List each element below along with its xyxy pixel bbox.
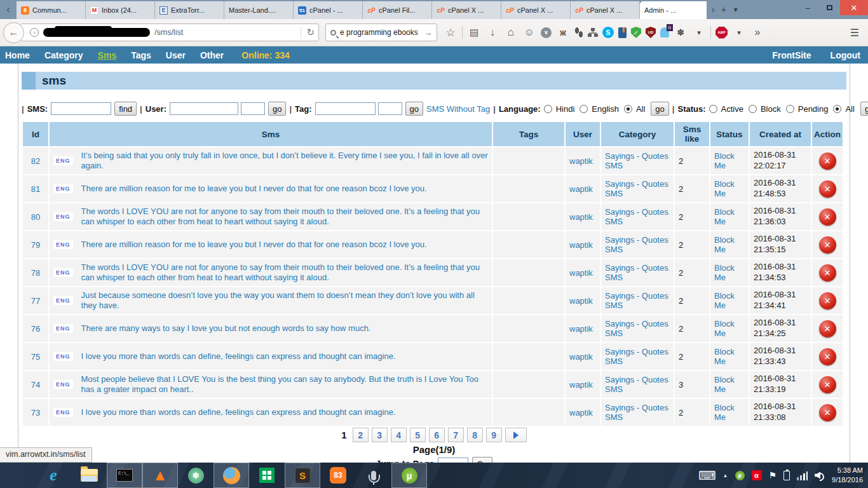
delete-icon[interactable] bbox=[819, 376, 836, 393]
page-link[interactable]: 9 bbox=[486, 428, 502, 442]
browser-tab[interactable]: Commun... bbox=[17, 1, 86, 19]
category-link[interactable]: Sayings - Quotes SMS bbox=[601, 231, 674, 258]
footprints-icon[interactable] bbox=[574, 27, 583, 37]
sms-text-link[interactable]: There are million reason for me to leave… bbox=[81, 184, 427, 194]
browser-tab[interactable]: Master-Land.... bbox=[224, 1, 294, 19]
menu-icon[interactable] bbox=[848, 25, 862, 39]
tag-filter-input-2[interactable] bbox=[378, 102, 402, 115]
sms-id-link[interactable]: 79 bbox=[23, 231, 48, 258]
pocket-icon[interactable] bbox=[541, 27, 552, 38]
language-go-button[interactable]: go bbox=[651, 102, 668, 116]
taskbar-sublime[interactable] bbox=[285, 463, 320, 488]
taskbar-ie[interactable] bbox=[36, 463, 71, 488]
status-radio-active[interactable] bbox=[709, 105, 717, 113]
status-link[interactable]: Block Me bbox=[710, 203, 749, 230]
nav-item-logout[interactable]: Logout bbox=[831, 50, 860, 60]
close-button[interactable]: ✕ bbox=[840, 0, 868, 15]
nav-item-category[interactable]: Category bbox=[44, 50, 83, 60]
tray-clock[interactable]: 5:38 AM9/18/2016 bbox=[832, 466, 863, 485]
site-info-icon[interactable]: i bbox=[30, 28, 39, 37]
status-link[interactable]: Block Me bbox=[710, 175, 749, 202]
taskbar-explorer[interactable] bbox=[71, 463, 107, 488]
delete-icon[interactable] bbox=[819, 348, 836, 365]
bookmark-star-icon[interactable] bbox=[444, 25, 458, 39]
tab-close-icon[interactable]: ✕ bbox=[705, 6, 707, 15]
extension-icon[interactable] bbox=[674, 25, 688, 39]
category-link[interactable]: Sayings - Quotes SMS bbox=[601, 371, 674, 398]
sms-text-link[interactable]: The words I LOVE YOU are not for anyone … bbox=[81, 262, 488, 283]
nav-item-other[interactable]: Other bbox=[200, 50, 224, 60]
search-input[interactable]: e programming ebooks bbox=[340, 28, 420, 37]
status-link[interactable]: Block Me bbox=[710, 399, 749, 426]
user-link[interactable]: waptik bbox=[566, 371, 600, 398]
status-link[interactable]: Block Me bbox=[710, 259, 749, 286]
find-button[interactable]: find bbox=[114, 102, 137, 116]
taskbar-atom[interactable] bbox=[178, 463, 214, 488]
shield-ud-icon[interactable] bbox=[646, 27, 656, 38]
taskbar-firefox[interactable] bbox=[214, 463, 249, 488]
skype-icon[interactable] bbox=[602, 27, 614, 38]
page-link[interactable]: 3 bbox=[372, 428, 388, 442]
page-link[interactable]: 2 bbox=[353, 428, 369, 442]
sms-id-link[interactable]: 78 bbox=[23, 259, 48, 286]
status-link[interactable]: Block Me bbox=[710, 287, 749, 314]
download-icon[interactable] bbox=[485, 25, 499, 39]
sms-text-link[interactable]: It’s being said that you only truly fall… bbox=[81, 151, 488, 172]
sms-text-link[interactable]: There are many ways to say I love you bu… bbox=[81, 323, 371, 334]
status-link[interactable]: Block Me bbox=[710, 343, 749, 370]
battery-icon[interactable] bbox=[783, 471, 790, 480]
back-button[interactable]: ← bbox=[3, 22, 24, 43]
sms-id-link[interactable]: 77 bbox=[23, 287, 48, 314]
shield-check-icon[interactable] bbox=[631, 27, 641, 38]
next-page-button[interactable] bbox=[505, 428, 527, 442]
browser-tab[interactable]: cPanel - ... bbox=[294, 1, 363, 19]
sms-filter-input[interactable] bbox=[51, 102, 111, 115]
ghostery-icon[interactable]: 0 bbox=[660, 27, 669, 37]
tab-scroll-right-icon[interactable]: › bbox=[712, 4, 715, 15]
browser-tab[interactable]: cPanel X ... bbox=[432, 1, 501, 19]
nav-item-tags[interactable]: Tags bbox=[131, 50, 151, 60]
page-link[interactable]: 6 bbox=[429, 428, 445, 442]
sms-id-link[interactable]: 80 bbox=[23, 203, 48, 230]
nav-item-home[interactable]: Home bbox=[5, 50, 30, 60]
tab-scroll-left-icon[interactable]: ‹ bbox=[0, 0, 17, 19]
browser-tab[interactable]: Inbox (24... bbox=[86, 1, 155, 19]
user-link[interactable]: waptik bbox=[566, 287, 600, 314]
category-link[interactable]: Sayings - Quotes SMS bbox=[601, 399, 674, 426]
url-bar[interactable]: i /sms/list ↻ bbox=[20, 24, 319, 41]
nav-item-sms[interactable]: Sms bbox=[98, 50, 117, 60]
sms-text-link[interactable]: I love you more than words can define, f… bbox=[81, 351, 396, 362]
delete-icon[interactable] bbox=[819, 404, 836, 421]
delete-icon[interactable] bbox=[819, 292, 836, 309]
caret-icon[interactable] bbox=[692, 25, 706, 39]
sms-without-tag-link[interactable]: SMS Without Tag bbox=[426, 104, 490, 114]
clipboard-icon[interactable] bbox=[467, 25, 481, 39]
utorrent-mini-icon[interactable] bbox=[735, 471, 745, 480]
bug-icon[interactable] bbox=[556, 25, 570, 39]
url-path[interactable]: /sms/list bbox=[154, 28, 296, 37]
sms-id-link[interactable]: 81 bbox=[23, 175, 48, 202]
category-link[interactable]: Sayings - Quotes SMS bbox=[601, 259, 674, 286]
home-icon[interactable] bbox=[504, 25, 518, 39]
search-bar[interactable]: e programming ebooks → bbox=[325, 24, 437, 41]
page-link[interactable]: 4 bbox=[391, 428, 407, 442]
category-link[interactable]: Sayings - Quotes SMS bbox=[601, 147, 674, 174]
page-link[interactable]: 8 bbox=[467, 428, 483, 442]
language-radio-hindi[interactable] bbox=[544, 105, 552, 113]
search-icon[interactable] bbox=[330, 30, 336, 36]
user-link[interactable]: waptik bbox=[566, 231, 600, 258]
sms-text-link[interactable]: I love you more than words can define, f… bbox=[81, 407, 396, 417]
delete-icon[interactable] bbox=[819, 264, 836, 281]
maximize-button[interactable] bbox=[818, 0, 840, 15]
taskbar-xampp[interactable] bbox=[320, 463, 356, 488]
network-signal-icon[interactable] bbox=[797, 471, 808, 480]
sms-text-link[interactable]: There are million reason for me to leave… bbox=[81, 240, 427, 250]
minimize-button[interactable]: – bbox=[797, 0, 818, 15]
tab-list-dropdown-icon[interactable]: ▼ bbox=[733, 6, 739, 13]
user-link[interactable]: waptik bbox=[566, 315, 600, 342]
user-link[interactable]: waptik bbox=[566, 147, 600, 174]
nav-item-frontsite[interactable]: FrontSite bbox=[772, 50, 811, 60]
category-link[interactable]: Sayings - Quotes SMS bbox=[601, 175, 674, 202]
user-go-button[interactable]: go bbox=[268, 102, 286, 116]
browser-tab[interactable]: Admin - ...✕ bbox=[640, 1, 707, 19]
